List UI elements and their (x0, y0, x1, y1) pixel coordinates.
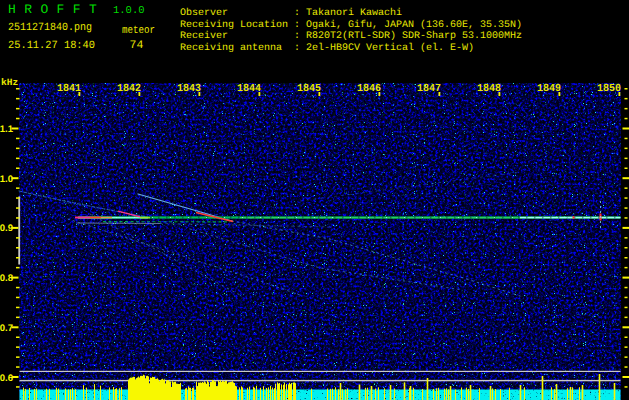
svg-text:Observer : Takanori: Observer : Takanori Kawachi (180, 7, 402, 19)
svg-text:0.7: 0.7 (0, 323, 13, 334)
svg-text:H R O F F T: H R O F F T (8, 2, 97, 17)
svg-text:0.9: 0.9 (0, 223, 13, 234)
svg-text:1.0.0: 1.0.0 (113, 5, 145, 17)
svg-text:1844: 1844 (237, 83, 261, 95)
svg-text:1.0: 1.0 (0, 174, 13, 185)
svg-text:1850: 1850 (597, 83, 621, 95)
svg-text:1845: 1845 (297, 83, 321, 95)
svg-text:2511271840.png: 2511271840.png (8, 22, 92, 34)
svg-text:1841: 1841 (57, 83, 81, 95)
svg-text:0.8: 0.8 (0, 273, 13, 284)
svg-text:74: 74 (130, 39, 144, 52)
svg-text:1846: 1846 (357, 83, 381, 95)
svg-text:1.1: 1.1 (0, 124, 14, 135)
svg-text:kHz: kHz (1, 77, 18, 88)
svg-text:1847: 1847 (417, 83, 441, 95)
svg-text:1848: 1848 (477, 83, 501, 95)
svg-text:Receiver : R820T2(RT: Receiver : R820T2(RTL-SDR) SDR-Sharp 53.… (180, 30, 522, 42)
svg-text:Receiving antenna : 2el-HB9CV: Receiving antenna : 2el-HB9CV Vertical (… (180, 42, 474, 54)
svg-text:25.11.27 18:40: 25.11.27 18:40 (8, 40, 95, 52)
svg-text:0.6: 0.6 (0, 373, 13, 384)
svg-text:1843: 1843 (177, 83, 201, 95)
svg-text:1849: 1849 (537, 83, 561, 95)
svg-text:Receiving Location : Ogaki, Gi: Receiving Location : Ogaki, Gifu, JAPAN … (180, 19, 522, 31)
svg-text:1842: 1842 (117, 83, 141, 95)
svg-text:meteor: meteor (122, 25, 155, 37)
